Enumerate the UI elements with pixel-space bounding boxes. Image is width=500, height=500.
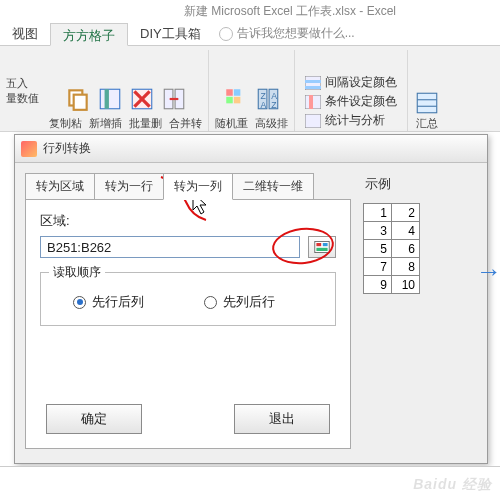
radio-dot-icon xyxy=(73,296,86,309)
cond-stats[interactable]: 统计与分析 xyxy=(305,112,397,129)
table-row: 56 xyxy=(364,240,420,258)
svg-rect-29 xyxy=(316,243,321,246)
bulb-icon xyxy=(219,27,233,41)
table-row: 12 xyxy=(364,204,420,222)
ribbon-left-labels: 五入 量数值 xyxy=(6,50,43,131)
arrow-icon: → xyxy=(476,256,500,287)
delete-label[interactable]: 批量删 xyxy=(129,116,162,131)
range-picker-button[interactable] xyxy=(308,236,336,258)
dialog-tabs: 转为区域 转为一行 转为一列 二维转一维 xyxy=(25,173,351,200)
insert-icon[interactable] xyxy=(97,86,123,112)
tab-diy[interactable]: DIY工具箱 xyxy=(128,22,213,45)
insert-label[interactable]: 新增插 xyxy=(89,116,122,131)
svg-rect-30 xyxy=(323,243,328,246)
svg-rect-10 xyxy=(234,89,241,96)
tab-view[interactable]: 视图 xyxy=(0,22,50,45)
tab-row[interactable]: 转为一行 xyxy=(94,173,164,200)
svg-text:Z: Z xyxy=(271,100,277,110)
rowcol-dialog: 行列转换 转为区域 转为一行 转为一列 二维转一维 区域: 读取顺序 xyxy=(14,134,488,464)
ribbon-left-2: 量数值 xyxy=(6,91,39,106)
copy-label[interactable]: 复制粘 xyxy=(49,116,82,131)
svg-rect-11 xyxy=(226,97,233,104)
radio-rowcol-label: 先行后列 xyxy=(92,293,144,311)
cancel-button[interactable]: 退出 xyxy=(234,404,330,434)
order-group-title: 读取顺序 xyxy=(49,264,105,281)
ribbon-left-1: 五入 xyxy=(6,76,39,91)
tab-2d[interactable]: 二维转一维 xyxy=(232,173,314,200)
table-row: 78 xyxy=(364,258,420,276)
radio-rowcol[interactable]: 先行后列 xyxy=(73,293,144,311)
merge-icon[interactable] xyxy=(161,86,187,112)
ok-button[interactable]: 确定 xyxy=(46,404,142,434)
title-bar: 新建 Microsoft Excel 工作表.xlsx - Excel xyxy=(0,0,500,22)
tab-region[interactable]: 转为区域 xyxy=(25,173,95,200)
svg-rect-1 xyxy=(73,95,86,110)
dialog-titlebar[interactable]: 行列转换 xyxy=(15,135,487,163)
svg-rect-12 xyxy=(234,97,241,104)
copy-icon[interactable] xyxy=(65,86,91,112)
table-row: 910 xyxy=(364,276,420,294)
summary-icon[interactable] xyxy=(414,90,440,116)
dialog-app-icon xyxy=(21,141,37,157)
svg-rect-21 xyxy=(305,86,321,89)
svg-rect-9 xyxy=(226,89,233,96)
svg-rect-2 xyxy=(100,89,120,109)
watermark: Baidu 经验 xyxy=(413,476,492,494)
tab-ffgz[interactable]: 方方格子 xyxy=(50,23,128,46)
random-label[interactable]: 随机重 xyxy=(215,116,248,131)
ribbon-group-summary: 汇总 xyxy=(408,50,446,131)
ribbon: 五入 量数值 复制粘 新增插 批量删 合并转 ZAAZ 随机重 高级排 间隔设定… xyxy=(0,46,500,132)
example-table: 12 34 56 78 910 xyxy=(363,203,420,294)
dialog-title: 行列转换 xyxy=(43,140,91,157)
order-group: 读取顺序 先行后列 先列后行 xyxy=(40,272,336,326)
ribbon-group-cond: 间隔设定颜色 条件设定颜色 统计与分析 xyxy=(295,50,408,131)
radio-dot-icon xyxy=(204,296,217,309)
example-label: 示例 xyxy=(365,175,481,193)
radio-colrow-label: 先列后行 xyxy=(223,293,275,311)
svg-rect-31 xyxy=(316,248,327,251)
svg-rect-23 xyxy=(309,95,313,109)
ribbon-group-sort: ZAAZ 随机重 高级排 xyxy=(209,50,295,131)
app-title: 新建 Microsoft Excel 工作表.xlsx - Excel xyxy=(184,4,396,18)
radio-colrow[interactable]: 先列后行 xyxy=(204,293,275,311)
cond-condition[interactable]: 条件设定颜色 xyxy=(305,93,397,110)
ribbon-tabs: 视图 方方格子 DIY工具箱 告诉我您想要做什么... xyxy=(0,22,500,46)
region-label: 区域: xyxy=(40,212,336,230)
sort-label[interactable]: 高级排 xyxy=(255,116,288,131)
svg-text:A: A xyxy=(260,100,266,110)
cond-interval[interactable]: 间隔设定颜色 xyxy=(305,74,397,91)
tab-col[interactable]: 转为一列 xyxy=(163,173,233,200)
ribbon-group-edit: 复制粘 新增插 批量删 合并转 xyxy=(43,50,209,131)
merge-label[interactable]: 合并转 xyxy=(169,116,202,131)
delete-icon[interactable] xyxy=(129,86,155,112)
svg-rect-3 xyxy=(104,89,108,109)
tell-me-label: 告诉我您想要做什么... xyxy=(237,25,355,42)
table-row: 34 xyxy=(364,222,420,240)
random-icon[interactable] xyxy=(223,86,249,112)
tab-panel: 区域: 读取顺序 先行后列 xyxy=(25,199,351,449)
svg-rect-20 xyxy=(305,80,321,83)
svg-rect-25 xyxy=(418,93,438,113)
summary-label[interactable]: 汇总 xyxy=(416,116,438,131)
tell-me[interactable]: 告诉我您想要做什么... xyxy=(219,22,355,45)
svg-rect-24 xyxy=(305,114,321,128)
sort-icon[interactable]: ZAAZ xyxy=(255,86,281,112)
region-input[interactable] xyxy=(40,236,300,258)
